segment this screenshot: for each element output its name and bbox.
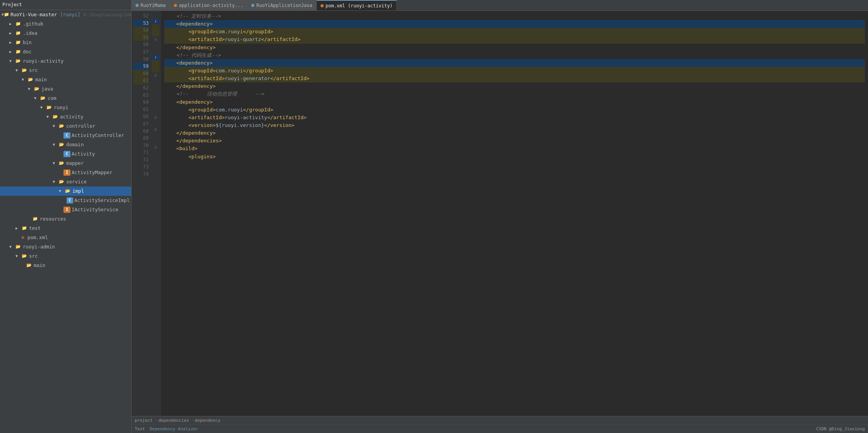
- sidebar-item-activity-class[interactable]: C Activity: [0, 149, 131, 159]
- folder-icon: 📁: [15, 49, 22, 55]
- line-number: 52: [133, 12, 149, 20]
- sidebar-item-ruoyi-admin[interactable]: ▼ 📂 ruoyi-admin: [0, 242, 131, 252]
- sidebar-item-service[interactable]: ▼ 📂 service: [0, 177, 131, 187]
- folder-icon: 📁: [4, 12, 9, 18]
- arrow-icon: ▼: [46, 114, 52, 120]
- code-line-61: <artifactId>ruoyi-generator</artifactId>: [164, 75, 865, 82]
- sidebar-item-project-root[interactable]: ▼ 📁 RuoYi-Vue-master [ruoyi] D:\DingJiax…: [0, 10, 131, 19]
- arrow-icon: ▼: [40, 104, 46, 111]
- sidebar-item-activity-mapper[interactable]: I ActivityMapper: [0, 168, 131, 177]
- item-label: Activity: [72, 150, 95, 158]
- gutter-item-up2[interactable]: ⬆: [152, 55, 160, 61]
- tab-label: RuoYiMama: [141, 3, 166, 8]
- gutter-fold[interactable]: ⊟: [152, 127, 160, 133]
- folder-icon: 📁: [15, 21, 22, 27]
- sidebar-item-resources[interactable]: 📁 resources: [0, 214, 131, 224]
- item-label: ruoyi-admin: [23, 243, 55, 251]
- sidebar-item-ruoyi[interactable]: ▼ 📂 ruoyi: [0, 103, 131, 112]
- line-number: 58: [133, 56, 149, 63]
- sidebar-item-bin[interactable]: ▶ 📁 bin: [0, 38, 131, 47]
- line-number: 56: [133, 41, 149, 48]
- sidebar-item-admin-main[interactable]: 📂 main: [0, 261, 131, 270]
- project-tree[interactable]: Project ▼ 📁 RuoYi-Vue-master [ruoyi] D:\…: [0, 0, 132, 433]
- item-label: impl: [72, 187, 84, 195]
- arrow-icon: ▶: [15, 225, 21, 231]
- breadcrumb-item[interactable]: project: [135, 418, 153, 423]
- sidebar-item-java[interactable]: ▼ 📂 java: [0, 84, 131, 94]
- arrow-icon: ▶: [9, 30, 15, 36]
- gutter-fold[interactable]: ⊟: [152, 115, 160, 121]
- interface-icon: I: [63, 207, 70, 213]
- item-label: .github: [23, 20, 43, 28]
- code-line-68: <version>${ruoyi.version}</version>: [164, 122, 865, 129]
- item-label: test: [29, 224, 41, 232]
- sidebar-item-com[interactable]: ▼ 📂 com: [0, 94, 131, 103]
- line-number: 66: [133, 113, 149, 120]
- breadcrumb-item[interactable]: dependency: [195, 418, 220, 423]
- arrow-icon: ▼: [28, 86, 33, 92]
- sidebar-item-impl[interactable]: ▼ 📂 impl: [0, 187, 131, 196]
- code-content[interactable]: <!-- 定时任务--> <dependency> <groupId>com.r…: [161, 11, 868, 416]
- sidebar-item-activity-controller[interactable]: C ActivityController: [0, 131, 131, 140]
- tab-pom-activity[interactable]: pom.xml (ruoyi-activity): [317, 0, 397, 11]
- sidebar-item-controller[interactable]: ▼ 📂 controller: [0, 122, 131, 131]
- arrow-icon: ▼: [59, 188, 64, 194]
- breadcrumb-item[interactable]: dependencies: [158, 418, 189, 423]
- tab-application-activity[interactable]: application-activity...: [170, 0, 247, 11]
- item-label: ActivityController: [72, 132, 124, 139]
- tabs-bar[interactable]: RuoYiMama application-activity... RuoYiA…: [132, 0, 868, 11]
- arrow-icon: ▼: [53, 160, 58, 166]
- sidebar-item-src[interactable]: ▼ 📂 src: [0, 66, 131, 75]
- line-number: 68: [133, 128, 149, 135]
- gutter-item: [152, 96, 160, 103]
- item-label: domain: [66, 141, 84, 149]
- gutter-item-up[interactable]: ⬆: [152, 19, 160, 25]
- tab-ruoyimama[interactable]: RuoYiMama: [132, 0, 170, 11]
- line-number: 54: [133, 27, 149, 34]
- item-label: doc: [23, 48, 32, 56]
- line-number: 65: [133, 106, 149, 113]
- item-label: ActivityServiceImpl: [74, 197, 130, 204]
- sidebar-item-mapper[interactable]: ▼ 📂 mapper: [0, 159, 131, 168]
- item-label: com: [48, 94, 57, 102]
- sidebar-item-domain[interactable]: ▼ 📂 domain: [0, 140, 131, 149]
- status-dependency-analyzer[interactable]: Dependency Analyzer: [150, 426, 199, 431]
- project-name: RuoYi-Vue-master [ruoyi] D:\DingJiaxiong…: [10, 11, 132, 19]
- gutter-item: [152, 67, 160, 73]
- sidebar-item-github[interactable]: ▶ 📁 .github: [0, 19, 131, 29]
- arrow-icon: ▼: [53, 123, 58, 129]
- line-number: 60: [133, 70, 149, 77]
- tab-ruoyiapplicationjava[interactable]: RuoYiApplicationJava: [247, 0, 317, 11]
- line-number: 67: [133, 120, 149, 128]
- gutter-item: [152, 48, 160, 55]
- sidebar-item-idea[interactable]: ▶ 📁 .idea: [0, 29, 131, 38]
- line-number: 69: [133, 135, 149, 142]
- gutter-item: [152, 24, 160, 31]
- code-editor: 52 53 54 55 56 57 58 59 60 61 62 63 64 6…: [132, 11, 868, 416]
- gutter-fold[interactable]: ⊟: [152, 144, 160, 151]
- code-line-60: <groupId>com.ruoyi</groupId>: [164, 67, 865, 75]
- code-line-67: <artifactId>ruoyi-activity</artifactId>: [164, 114, 865, 122]
- sidebar-item-root[interactable]: Project: [0, 0, 131, 10]
- gutter-fold[interactable]: ⊟: [152, 36, 160, 43]
- editor-area: RuoYiMama application-activity... RuoYiA…: [132, 0, 868, 433]
- sidebar-item-ruoyi-activity[interactable]: ▼ 📂 ruoyi-activity: [0, 56, 131, 66]
- sidebar-item-doc[interactable]: ▶ 📁 doc: [0, 47, 131, 56]
- sidebar-item-activity-service-impl[interactable]: C ActivityServiceImpl: [0, 196, 131, 205]
- sidebar-item-test[interactable]: ▶ 📁 test: [0, 224, 131, 233]
- gutter-item: [152, 103, 160, 109]
- code-line-69: </dependency>: [164, 129, 865, 137]
- sidebar-item-admin-src[interactable]: ▼ 📂 src: [0, 252, 131, 261]
- item-label: ActivityMapper: [72, 169, 112, 176]
- gutter-fold[interactable]: ⊟: [152, 72, 160, 79]
- sidebar-item-activity-pkg[interactable]: ▼ 📂 activity: [0, 112, 131, 122]
- sidebar-item-pom-xml[interactable]: m pom.xml: [0, 233, 131, 242]
- sidebar-item-iactivity-service[interactable]: I IActivityService: [0, 205, 131, 214]
- code-line-55: <artifactId>ruoyi-quartz</artifactId>: [164, 36, 865, 43]
- gutter-item: [152, 108, 160, 115]
- item-label: resources: [40, 215, 66, 223]
- breadcrumb-sep: ›: [191, 418, 194, 423]
- sidebar-item-main[interactable]: ▼ 📂 main: [0, 75, 131, 84]
- code-line-71: </dependencies>: [164, 137, 865, 145]
- status-author: CSDN @Ding_Jiaxiong: [816, 426, 865, 431]
